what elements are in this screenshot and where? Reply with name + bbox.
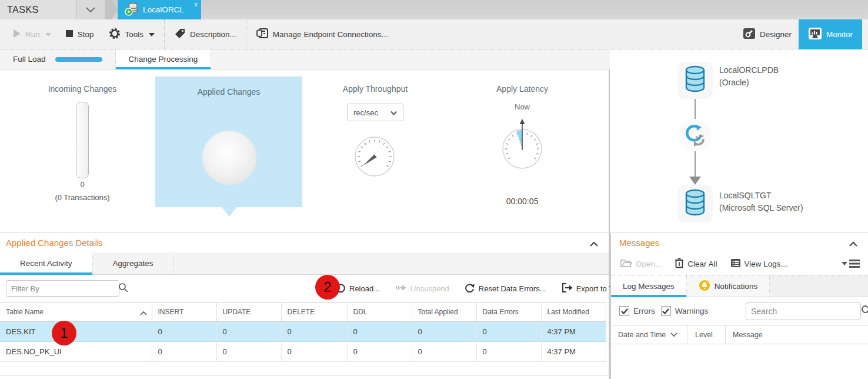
close-tab-icon[interactable]: x [195,1,198,8]
tools-label: Tools [125,30,144,39]
chevron-down-icon [45,30,51,39]
tasks-breadcrumb[interactable]: TASKS [0,0,76,19]
tools-button[interactable]: Tools [101,19,162,49]
designer-wrench-icon [743,27,756,42]
messages-menu-button[interactable] [842,260,860,268]
messages-search-input[interactable] [751,307,857,316]
sort-descending-icon[interactable] [670,331,677,339]
tab-aggregates[interactable]: Aggregates [93,252,174,274]
warnings-checkbox[interactable]: Warnings [661,306,709,316]
throughput-unit-select[interactable]: rec/sec [347,104,403,121]
messages-toolbar: Open... Clear All View Logs... [611,252,868,275]
column-delete[interactable]: DELETE [281,302,347,322]
task-database-play-icon [125,2,139,18]
column-total-applied[interactable]: Total Applied [412,302,476,322]
run-button[interactable]: Run [6,19,58,49]
messages-title: Messages [617,238,659,248]
applied-changes-details-section: Applied Changes Details Recent Activity … [0,232,610,379]
stop-button[interactable]: Stop [58,19,101,49]
column-message[interactable]: Message [726,325,868,344]
play-icon [13,29,21,40]
manage-endpoint-connections-button[interactable]: Manage Endpoint Connections... [249,19,395,49]
incoming-changes-value: 0 [80,180,84,189]
log-table-header: Date and Time Level Message [611,325,868,344]
tab-change-processing[interactable]: Change Processing [116,49,212,69]
designer-button[interactable]: Designer [736,19,799,49]
target-endpoint-card[interactable] [677,185,713,222]
cell-table-name[interactable]: DES.NO_PK_UI [0,342,152,362]
reset-data-errors-label: Reset Data Errors... [479,284,546,293]
cell-delete: 0 [281,322,347,342]
column-table-name[interactable]: Table Name [0,302,152,322]
table-row-des-no-pk-ui[interactable]: DES.NO_PK_UI 0 0 0 0 0 0 4:37 PM [0,342,606,362]
filter-by-input[interactable] [11,284,115,293]
collapse-section-icon[interactable] [590,238,598,249]
cell-data-errors: 0 [476,322,541,342]
table-row-des-kit[interactable]: DES.KIT 0 0 0 0 0 0 4:37 PM [0,322,606,342]
tab-full-load[interactable]: Full Load [0,49,116,69]
cell-update: 0 [216,322,281,342]
tab-notifications[interactable]: Notifications [687,275,770,297]
description-button[interactable]: Description... [167,19,243,49]
cell-last-modified: 4:37 PM [541,342,606,362]
column-update[interactable]: UPDATE [216,302,281,322]
change-processing-label: Change Processing [129,55,198,64]
tab-recent-activity[interactable]: Recent Activity [0,252,93,274]
column-ddl[interactable]: DDL [347,302,412,322]
view-logs-label: View Logs... [745,260,787,268]
messages-search-field[interactable] [746,302,861,320]
chevron-down-icon [85,5,96,15]
warnings-label: Warnings [675,307,709,315]
apply-latency-title: Apply Latency [496,84,548,94]
breadcrumb-arrow-separator [105,0,118,19]
column-level[interactable]: Level [688,325,726,344]
cell-insert: 0 [152,322,216,342]
column-last-modified[interactable]: Last Modified [541,302,606,322]
filter-by-field[interactable] [6,280,119,297]
monitor-icon [808,27,822,42]
applied-changes-title: Applied Changes [198,87,261,97]
clear-all-label: Clear All [687,260,717,268]
collapse-section-icon[interactable] [849,238,857,249]
monitor-view-tabs: Full Load Change Processing [0,49,610,69]
full-load-label: Full Load [13,55,46,64]
column-insert[interactable]: INSERT [152,302,216,322]
top-tab-bar: TASKS LocalORCL [0,0,868,19]
reload-button[interactable]: Reload... [335,282,380,295]
applied-changes-table: Table Name INSERT UPDATE DELETE DDL Tota… [0,302,606,362]
task-tab-localorcl[interactable]: LocalORCL x [118,0,201,19]
main-toolbar: Run Stop Tools [0,19,868,49]
panel-splitter[interactable] [0,375,609,375]
messages-tabs: Log Messages Notifications [611,275,868,297]
chevron-down-icon [390,108,397,117]
connector-line [695,151,696,178]
annotation-marker-2: 2 [315,275,340,300]
column-date-and-time[interactable]: Date and Time [611,325,688,344]
monitor-button[interactable]: Monitor [799,19,862,49]
replication-sync-icon[interactable] [679,119,712,152]
column-data-errors[interactable]: Data Errors [476,302,541,322]
open-label: Open... [636,260,662,268]
aggregates-label: Aggregates [113,259,153,268]
recent-activity-label: Recent Activity [20,259,72,268]
view-logs-button[interactable]: View Logs... [730,258,787,270]
target-endpoint-type: (Microsoft SQL Server) [719,203,803,212]
cell-delete: 0 [281,342,347,362]
tab-log-messages[interactable]: Log Messages [611,275,687,297]
tasks-dropdown-button[interactable] [76,0,105,19]
reset-icon [465,282,475,295]
incoming-changes-bar-gauge[interactable] [76,102,89,178]
source-endpoint-card[interactable] [677,62,713,99]
sort-ascending-icon[interactable] [140,309,147,317]
designer-label: Designer [760,30,792,39]
cell-ddl: 0 [347,322,412,342]
unsuspend-button[interactable]: Unsuspend [395,284,449,294]
errors-checkbox[interactable]: Errors [619,306,655,316]
clear-all-button[interactable]: Clear All [675,258,717,270]
connector-line [695,99,696,120]
trash-icon [675,258,684,270]
applied-changes-pointer [222,207,237,217]
table-header-row: Table Name INSERT UPDATE DELETE DDL Tota… [0,302,606,322]
open-button[interactable]: Open... [620,258,662,270]
reset-data-errors-button[interactable]: Reset Data Errors... [465,282,546,295]
